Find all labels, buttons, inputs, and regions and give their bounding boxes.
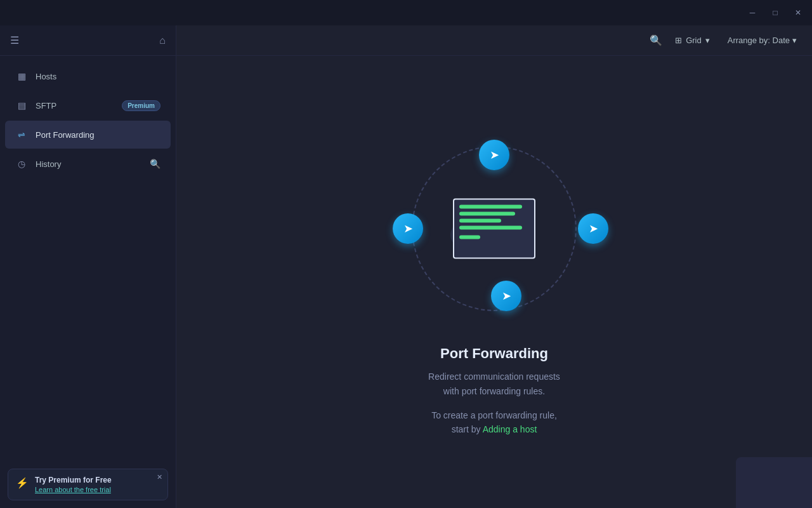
minimize-button[interactable]: ─ [743, 4, 761, 22]
laptop-screen [453, 199, 535, 259]
banner-close-button[interactable]: ✕ [157, 473, 162, 481]
screen-line-4 [459, 226, 522, 230]
banner-title: Try Premium for Free [35, 476, 112, 485]
arrow-node-bottom: ➤ [491, 281, 521, 311]
content-description: Redirect communication requestswith port… [428, 370, 560, 398]
arrow-icon-top: ➤ [490, 148, 499, 162]
arrow-icon-right: ➤ [589, 222, 598, 236]
banner-link[interactable]: Learn about the free trial [35, 486, 112, 493]
screen-line-5 [459, 236, 480, 239]
sidebar: ☰ ⌂ ▦ Hosts ▤ SFTP Premium ⇌ Port Forwar… [0, 25, 176, 508]
main-content: 🔍 ⊞ Grid ▾ Arrange by: Date ▾ [176, 25, 812, 508]
add-host-link[interactable]: Adding a host [483, 424, 537, 434]
history-icon: ◷ [15, 157, 28, 170]
hamburger-icon[interactable]: ☰ [10, 34, 19, 46]
sidebar-nav: ▦ Hosts ▤ SFTP Premium ⇌ Port Forwarding… [0, 56, 176, 461]
arrange-chevron-icon: ▾ [792, 36, 797, 45]
port-forwarding-icon: ⇌ [15, 128, 28, 141]
hosts-icon: ▦ [15, 70, 28, 83]
app-container: ☰ ⌂ ▦ Hosts ▤ SFTP Premium ⇌ Port Forwar… [0, 25, 812, 508]
port-forwarding-label: Port Forwarding [36, 130, 160, 140]
sidebar-footer: ✕ ⚡ Try Premium for Free Learn about the… [0, 461, 176, 508]
premium-banner: ✕ ⚡ Try Premium for Free Learn about the… [8, 469, 168, 500]
grid-chevron-icon: ▾ [705, 36, 710, 45]
banner-text: Try Premium for Free Learn about the fre… [35, 476, 112, 493]
screen-line-3 [459, 219, 501, 223]
arrow-node-top: ➤ [479, 140, 509, 170]
history-search-icon[interactable]: 🔍 [150, 159, 160, 169]
sidebar-header: ☰ ⌂ [0, 25, 176, 56]
corner-preview [736, 457, 812, 508]
premium-badge: Premium [122, 100, 160, 111]
toolbar-search-icon[interactable]: 🔍 [650, 34, 662, 46]
grid-label: Grid [686, 36, 702, 45]
content-text: Port Forwarding Redirect communication r… [428, 345, 560, 437]
arrow-icon-left: ➤ [403, 222, 413, 236]
arrow-icon-bottom: ➤ [502, 289, 511, 303]
grid-icon: ⊞ [675, 36, 682, 45]
arrange-label: Arrange by: Date [728, 36, 790, 45]
sidebar-item-history[interactable]: ◷ History 🔍 [5, 150, 171, 178]
main-toolbar: 🔍 ⊞ Grid ▾ Arrange by: Date ▾ [176, 25, 812, 56]
screen-line-1 [459, 205, 522, 209]
hosts-label: Hosts [36, 72, 160, 81]
arrow-node-right: ➤ [578, 213, 608, 244]
history-label: History [36, 159, 142, 169]
content-title: Port Forwarding [428, 345, 560, 362]
screen-line-2 [459, 212, 515, 216]
close-button[interactable]: ✕ [789, 4, 807, 22]
titlebar: ─ □ ✕ [0, 0, 812, 25]
lightning-icon: ⚡ [16, 477, 29, 489]
sidebar-item-hosts[interactable]: ▦ Hosts [5, 62, 171, 90]
sftp-icon: ▤ [15, 99, 28, 112]
port-forwarding-illustration: ➤ ➤ ➤ ➤ [374, 127, 615, 330]
arrange-button[interactable]: Arrange by: Date ▾ [723, 33, 802, 48]
sidebar-item-sftp[interactable]: ▤ SFTP Premium [5, 91, 171, 119]
content-area: ➤ ➤ ➤ ➤ Port Forwarding Redirect communi… [176, 56, 812, 508]
sftp-label: SFTP [36, 101, 114, 110]
maximize-button[interactable]: □ [766, 4, 784, 22]
content-cta: To create a port forwarding rule, start … [428, 408, 560, 437]
home-icon[interactable]: ⌂ [159, 35, 166, 46]
arrow-node-left: ➤ [393, 213, 423, 244]
grid-button[interactable]: ⊞ Grid ▾ [670, 33, 715, 48]
sidebar-item-port-forwarding[interactable]: ⇌ Port Forwarding [5, 121, 171, 149]
